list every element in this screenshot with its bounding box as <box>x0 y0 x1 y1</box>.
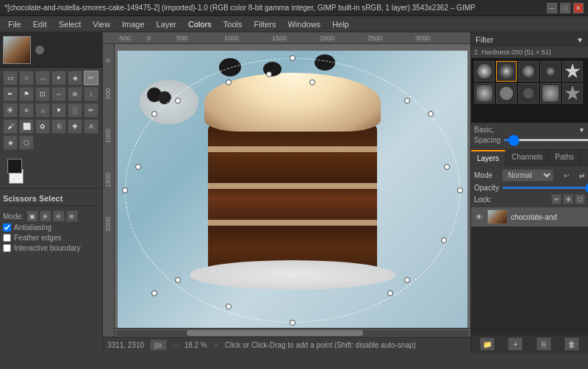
tab-channels[interactable]: Channels <box>506 150 549 166</box>
tool-eraser[interactable]: ⬜ <box>19 119 34 134</box>
sel-dot-6[interactable] <box>441 237 447 243</box>
sel-dot-10[interactable] <box>135 164 141 170</box>
sel-dot-4[interactable] <box>428 111 434 117</box>
tool-text[interactable]: A <box>84 119 98 134</box>
tool-colorpicker[interactable]: ◈ <box>3 135 18 150</box>
mode-add[interactable]: ⊕ <box>40 210 51 222</box>
brush-thumb-6[interactable] <box>474 83 495 104</box>
sel-dot-3[interactable] <box>266 71 272 77</box>
layer-visibility-icon[interactable]: 👁 <box>474 212 484 222</box>
brush-presets-dropdown[interactable]: ▼ <box>578 126 585 134</box>
tab-layers[interactable]: Layers <box>471 150 506 166</box>
brush-thumb-8[interactable] <box>518 83 539 104</box>
tool-bucket-fill[interactable]: ▼ <box>51 103 66 118</box>
tool-clone[interactable]: ⎘ <box>51 119 66 134</box>
delete-layer-button[interactable]: 🗑 <box>564 337 579 351</box>
tool-airbrush[interactable]: ✿ <box>35 119 50 134</box>
menu-view[interactable]: View <box>87 18 115 30</box>
brush-thumb-2[interactable] <box>496 61 517 82</box>
menu-colors[interactable]: Colors <box>183 18 217 30</box>
menu-select[interactable]: Select <box>54 18 87 30</box>
tool-zoom[interactable]: ⌕ <box>35 103 50 118</box>
sel-handle-br[interactable] <box>404 277 410 283</box>
sel-handle-tr[interactable] <box>404 98 410 104</box>
brush-thumb-7[interactable] <box>496 83 517 104</box>
brush-thumb-4[interactable] <box>540 61 561 82</box>
tab-paths[interactable]: Paths <box>549 150 581 166</box>
mode-replace[interactable]: ▣ <box>26 210 38 222</box>
opacity-slider[interactable] <box>502 187 588 189</box>
sel-handle-right[interactable] <box>457 187 463 193</box>
sel-handle-top[interactable] <box>290 55 295 61</box>
menu-windows[interactable]: Windows <box>282 18 326 30</box>
sel-dot-8[interactable] <box>226 304 232 309</box>
blend-mode-select[interactable]: Normal Multiply Screen <box>502 169 553 182</box>
lock-alpha-icon[interactable]: ⬡ <box>575 194 585 204</box>
mode-intersect[interactable]: ⊗ <box>66 210 78 222</box>
tool-heal[interactable]: ✚ <box>68 119 82 134</box>
foreground-color-swatch[interactable] <box>7 159 22 173</box>
thumbnail-preview[interactable] <box>3 36 31 64</box>
sel-dot-7[interactable] <box>387 290 393 296</box>
unit-selector[interactable]: px <box>150 340 167 351</box>
menu-edit[interactable]: Edit <box>28 18 52 30</box>
canvas-scroll[interactable] <box>115 44 470 337</box>
lock-position-icon[interactable]: ✙ <box>563 194 573 204</box>
tool-measure[interactable]: ↕ <box>84 87 98 101</box>
brush-thumb-3[interactable] <box>518 61 539 82</box>
menu-image[interactable]: Image <box>117 18 150 30</box>
tool-ellipse-select[interactable]: ○ <box>19 71 34 85</box>
lock-pixels-icon[interactable]: ✏ <box>551 194 562 204</box>
sel-dot-5[interactable] <box>444 164 450 170</box>
brush-thumb-9[interactable] <box>540 83 561 104</box>
tool-pencil[interactable]: ✏ <box>84 103 98 118</box>
tool-crop[interactable]: ⊡ <box>35 87 50 101</box>
interactive-boundary-checkbox[interactable] <box>3 244 11 252</box>
sel-handle-bl[interactable] <box>175 277 181 283</box>
tool-fuzzy-select[interactable]: ✦ <box>51 71 66 85</box>
sel-handle-bottom[interactable] <box>290 320 295 326</box>
tool-align[interactable]: ≡ <box>19 103 34 118</box>
tool-move[interactable]: ✙ <box>3 103 18 118</box>
tool-warp[interactable]: ≋ <box>68 87 82 101</box>
maximize-button[interactable]: □ <box>560 3 570 13</box>
minimize-button[interactable]: ─ <box>547 3 557 13</box>
spacing-slider[interactable] <box>503 139 588 141</box>
duplicate-layer-button[interactable]: ⎘ <box>537 337 551 351</box>
antialiasing-checkbox[interactable] <box>3 223 11 232</box>
tool-color-select[interactable]: ◈ <box>68 71 82 85</box>
tool-rect-select[interactable]: ▭ <box>3 71 18 85</box>
sel-dot-2[interactable] <box>309 79 315 85</box>
new-layer-button[interactable]: + <box>508 337 523 351</box>
sel-dot-9[interactable] <box>151 290 157 296</box>
tool-free-select[interactable]: ⌓ <box>35 71 50 85</box>
menu-filters[interactable]: Filters <box>249 18 282 30</box>
scroll-thumb[interactable] <box>187 330 363 336</box>
menu-tools[interactable]: Tools <box>218 18 248 30</box>
sel-dot-11[interactable] <box>151 111 157 117</box>
horizontal-scrollbar[interactable] <box>115 328 470 337</box>
brush-thumb-10[interactable] <box>562 83 583 104</box>
sel-handle-tl[interactable] <box>175 98 181 104</box>
mode-swap-icon[interactable]: ⇄ <box>579 172 585 179</box>
brush-thumb-1[interactable] <box>474 61 495 82</box>
menu-layer[interactable]: Layer <box>151 18 182 30</box>
layer-item-0[interactable]: 👁 chocolate-and <box>471 207 588 227</box>
feather-edges-checkbox[interactable] <box>3 234 11 242</box>
menu-file[interactable]: File <box>3 18 26 30</box>
sel-handle-left[interactable] <box>122 187 128 193</box>
tool-gradient[interactable]: ░ <box>68 103 82 118</box>
tool-paths[interactable]: ✒ <box>3 87 18 101</box>
tool-blend[interactable]: ⬡ <box>19 135 34 150</box>
menu-help[interactable]: Help <box>327 18 354 30</box>
canvas-image[interactable] <box>118 51 467 330</box>
tool-paintbrush[interactable]: 🖌 <box>3 119 18 134</box>
tool-scissors-select[interactable]: ✂ <box>84 71 98 85</box>
sel-dot-1[interactable] <box>226 79 232 85</box>
brushes-menu-icon[interactable]: ▼ <box>576 36 584 44</box>
close-button[interactable]: ✕ <box>573 3 584 13</box>
brush-thumb-star[interactable] <box>562 61 583 82</box>
mode-subtract[interactable]: ⊖ <box>53 210 65 222</box>
tool-transform[interactable]: ↔ <box>51 87 66 101</box>
new-layer-group-button[interactable]: 📁 <box>480 337 495 351</box>
